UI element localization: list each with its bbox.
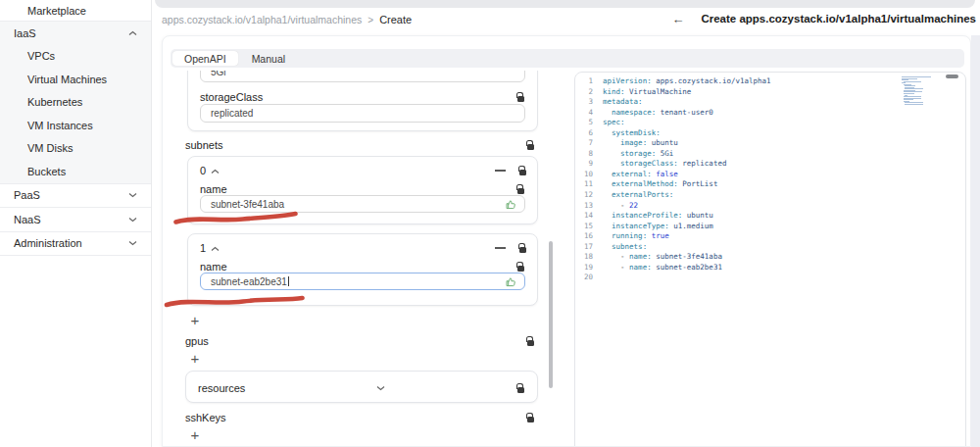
sidebar-item-label: VPCs [27,50,55,62]
sidebar-item-paas[interactable]: PaaS [0,184,151,208]
chevron-down-icon [376,385,385,391]
editor-line[interactable]: 18 - name: subnet-3fe41aba [575,252,965,263]
sidebar-item-label: NaaS [14,214,41,225]
lock-icon [516,262,525,272]
resources-group[interactable]: resources [185,371,538,403]
line-number: 1 [575,76,603,87]
resources-label: resources [198,382,245,394]
editor-line[interactable]: 12 externalPorts: [575,190,965,201]
sidebar-item-vm-disks[interactable]: VM Disks [0,137,151,161]
line-number: 2 [575,87,603,98]
line-number: 18 [575,252,603,263]
add-subnet-button[interactable]: + [187,312,203,327]
breadcrumb-current: Create [379,14,412,25]
line-number: 12 [575,190,603,201]
lock-icon [518,166,527,175]
sidebar-item-vpcs[interactable]: VPCs [0,45,151,69]
add-sshkey-button[interactable]: + [187,426,203,442]
gpus-label: gpus [185,335,209,347]
chevron-down-icon [128,240,137,246]
add-gpu-button[interactable]: + [187,350,203,366]
editor-line[interactable]: 9 storageClass: replicated [575,159,965,170]
subnet-name-input[interactable]: subnet-eab2be31 [200,273,525,290]
thumbs-up-valid-icon[interactable] [505,275,517,291]
sidebar-item-label: VM Disks [27,142,73,154]
breadcrumb-separator: > [368,15,373,25]
sidebar-item-vm-instances[interactable]: VM Instances [0,114,151,137]
editor-line[interactable]: 19 - name: subnet-eab2be31 [575,263,965,273]
storageclass-input[interactable]: replicated [200,104,525,123]
editor-line[interactable]: 13 - 22 [575,201,965,212]
breadcrumb-path[interactable]: apps.cozystack.io/v1alpha1/virtualmachin… [162,14,362,25]
editor-line[interactable]: 11 externalMethod: PortList [575,179,965,190]
editor-line[interactable]: 4 namespace: tenant-user0 [575,108,965,119]
editor-line[interactable]: 15 instanceType: u1.medium [575,222,965,232]
chevron-down-icon [128,217,137,223]
lock-icon [516,184,525,194]
storage-input[interactable]: 5Gi [200,71,525,82]
subnet-name-input[interactable]: subnet-3fe41aba [200,195,525,213]
editor-minimap [902,76,945,107]
main-area: apps.cozystack.io/v1alpha1/virtualmachin… [152,0,980,447]
yaml-editor[interactable]: 1apiVersion: apps.cozystack.io/v1alpha12… [574,72,966,447]
editor-line[interactable]: 14 instanceProfile: ubuntu [575,211,965,222]
line-number: 10 [575,170,603,180]
subnets-section-header: subnets [185,139,535,151]
tab-openapi[interactable]: OpenAPI [172,51,238,66]
editor-line[interactable]: 8 storage: 5Gi [575,149,965,160]
editor-line[interactable]: 17 subnets: [575,242,965,253]
subnets-label: subnets [185,139,223,151]
remove-subnet-button[interactable] [495,247,506,249]
tab-bar: OpenAPI Manual [171,49,964,68]
line-number: 17 [575,242,603,253]
sidebar-item-label: Virtual Machines [27,74,107,85]
line-number: 5 [575,118,603,128]
tab-manual[interactable]: Manual [240,51,297,66]
subnet-item-collapse-toggle[interactable]: 0 [200,165,220,176]
editor-line[interactable]: 6 systemDisk: [575,128,965,139]
subnet-item-collapse-toggle[interactable]: 1 [200,242,220,254]
form-scrollbar[interactable] [549,241,553,388]
sidebar-section-administration: Administration [0,232,151,257]
sidebar-item-marketplace[interactable]: Marketplace [0,0,151,21]
sidebar-item-naas[interactable]: NaaS [0,208,151,231]
chevron-down-icon [128,192,137,198]
editor-line[interactable]: 10 external: false [575,170,965,180]
line-number: 15 [575,222,603,232]
page-title: Create apps.cozystack.io/v1alpha1/virtua… [701,13,976,25]
line-number: 16 [575,231,603,242]
subnet-item-card-1: 1namesubnet-eab2be31 [187,233,538,306]
sidebar-item-kubernetes[interactable]: Kubernetes [0,91,151,115]
editor-line[interactable]: 7 image: ubuntu [575,138,965,149]
subnet-name-label: name [200,261,227,273]
sidebar: MarketplaceIaaSVPCsVirtual MachinesKuber… [0,0,152,447]
sidebar-section-paas: PaaS [0,184,151,209]
lock-icon [518,243,527,253]
editor-line[interactable]: 16 running: true [575,231,965,242]
editor-line[interactable]: 5spec: [575,118,965,128]
thumbs-up-valid-icon[interactable] [505,198,517,214]
sidebar-item-buckets[interactable]: Buckets [0,160,151,183]
sidebar-item-label: Kubernetes [27,96,82,108]
sidebar-item-iaas[interactable]: IaaS [0,22,151,45]
editor-line[interactable]: 20 [575,273,965,283]
editor-scrollbar-thumb[interactable] [946,74,958,78]
content-card: OpenAPI Manual 5Gi storageClass replicat… [162,35,971,447]
sidebar-section-naas: NaaS [0,208,151,232]
gpus-section-header: gpus [185,335,535,347]
back-arrow-icon[interactable]: ← [671,13,684,25]
subnet-item-card-0: 0namesubnet-3fe41aba [187,156,538,224]
sidebar-section: Marketplace [0,0,151,22]
storageclass-label: storageClass [200,91,263,103]
systemdisk-group: 5Gi storageClass replicated [187,71,538,131]
sidebar-item-label: VM Instances [27,120,93,131]
remove-subnet-button[interactable] [495,170,506,172]
line-number: 14 [575,211,603,222]
line-number: 8 [575,149,603,160]
lock-icon [526,336,535,346]
sidebar-item-administration[interactable]: Administration [0,232,151,256]
lock-icon [516,92,525,102]
text-cursor [288,276,289,286]
sidebar-item-label: IaaS [14,27,36,39]
sidebar-item-virtual-machines[interactable]: Virtual Machines [0,68,151,91]
